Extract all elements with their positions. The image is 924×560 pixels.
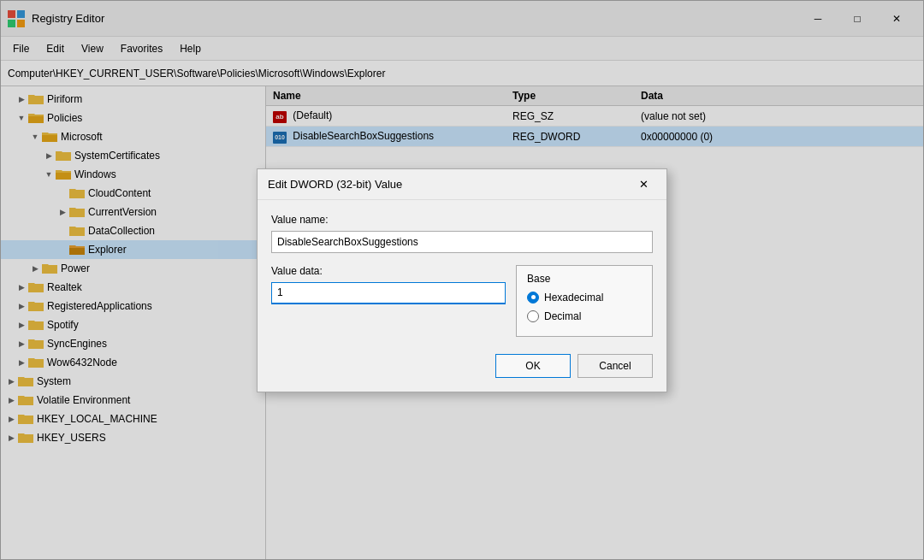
dec-radio-button[interactable]	[527, 310, 539, 322]
value-name-label: Value name:	[271, 214, 653, 226]
dec-radio-label: Decimal	[544, 310, 581, 322]
value-data-section: Value data:	[271, 265, 506, 337]
base-section: Base Hexadecimal Decimal	[516, 265, 653, 337]
value-data-input[interactable]	[271, 282, 506, 304]
dialog-body: Value name: Value data: Base Hexadecimal	[258, 200, 666, 392]
dialog-close-button[interactable]: ✕	[631, 174, 656, 194]
base-label: Base	[527, 273, 642, 285]
dialog-buttons: OK Cancel	[271, 351, 653, 378]
value-name-input[interactable]	[271, 231, 653, 253]
dialog-title-bar: Edit DWORD (32-bit) Value ✕	[258, 169, 666, 200]
hex-radio-option[interactable]: Hexadecimal	[527, 292, 642, 304]
cancel-button[interactable]: Cancel	[578, 354, 653, 378]
hex-radio-label: Hexadecimal	[544, 292, 603, 304]
hex-radio-button[interactable]	[527, 292, 539, 304]
dialog-data-base-row: Value data: Base Hexadecimal Decimal	[271, 265, 653, 337]
edit-dword-dialog: Edit DWORD (32-bit) Value ✕ Value name: …	[257, 168, 667, 392]
dec-radio-option[interactable]: Decimal	[527, 310, 642, 322]
modal-overlay: Edit DWORD (32-bit) Value ✕ Value name: …	[0, 0, 924, 560]
dialog-title: Edit DWORD (32-bit) Value	[268, 178, 631, 191]
ok-button[interactable]: OK	[495, 354, 571, 378]
value-data-label: Value data:	[271, 265, 506, 277]
